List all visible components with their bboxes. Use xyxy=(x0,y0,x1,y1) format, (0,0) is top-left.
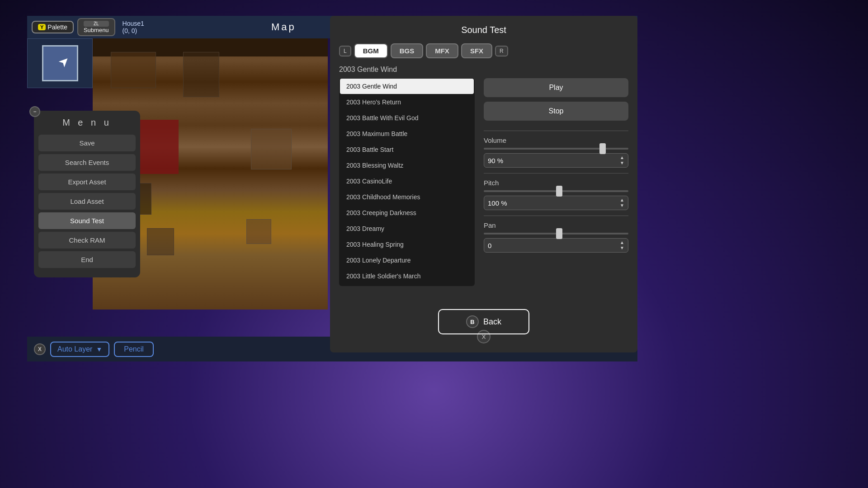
track-item[interactable]: 2003 Childhood Memories xyxy=(340,189,474,205)
pitch-up-arrow[interactable]: ▲ xyxy=(620,198,624,202)
track-item[interactable]: 2003 Maximum Battle xyxy=(340,126,474,141)
tab-bgs[interactable]: BGS xyxy=(391,43,424,58)
track-item[interactable]: 2003 CasinoLife xyxy=(340,174,474,189)
track-item[interactable]: 2003 Battle Start xyxy=(340,142,474,157)
divider-1 xyxy=(484,131,628,131)
palette-button[interactable]: Y Palette xyxy=(32,21,74,33)
y-badge: Y xyxy=(38,24,46,30)
sound-content: 2003 Gentle Wind 2003 Hero's Return 2003… xyxy=(339,78,628,286)
track-item[interactable]: 2003 Battle With Evil God xyxy=(340,110,474,126)
pencil-button[interactable]: Pencil xyxy=(114,342,154,357)
pitch-down-arrow[interactable]: ▼ xyxy=(620,203,624,208)
track-item[interactable]: 2003 Blessing Waltz xyxy=(340,158,474,173)
volume-up-arrow[interactable]: ▲ xyxy=(620,155,624,160)
volume-label: Volume xyxy=(484,136,628,144)
map-item-3 xyxy=(251,129,292,169)
volume-spinner[interactable]: 90 % ▲ ▼ xyxy=(484,153,628,168)
pitch-slider-track[interactable] xyxy=(484,190,628,192)
back-row: X B Back xyxy=(330,330,637,343)
sound-tabs: L BGM BGS MFX SFX R xyxy=(339,43,628,58)
menu-check-ram[interactable]: Check RAM xyxy=(38,232,136,249)
b-badge: B xyxy=(466,315,479,328)
pan-slider-track[interactable] xyxy=(484,233,628,235)
pan-spinner-arrows[interactable]: ▲ ▼ xyxy=(620,240,624,250)
track-item[interactable]: 2003 Dreamy xyxy=(340,221,474,236)
pitch-spinner[interactable]: 100 % ▲ ▼ xyxy=(484,196,628,210)
dialog-title: Sound Test xyxy=(339,25,628,35)
r-badge: R xyxy=(495,46,508,56)
menu-end[interactable]: End xyxy=(38,251,136,268)
volume-spinner-arrows[interactable]: ▲ ▼ xyxy=(620,155,624,165)
menu-save[interactable]: Save xyxy=(38,135,136,151)
tab-sfx[interactable]: SFX xyxy=(461,43,492,58)
palette-label: Palette xyxy=(47,23,67,31)
tab-mfx[interactable]: MFX xyxy=(426,43,458,58)
track-item[interactable]: 2003 Creeping Darkness xyxy=(340,205,474,221)
track-item[interactable]: 2003 Little Soldier's March xyxy=(340,268,474,284)
menu-search-events[interactable]: Search Events xyxy=(38,154,136,171)
menu-load-asset[interactable]: Load Asset xyxy=(38,193,136,210)
pan-up-arrow[interactable]: ▲ xyxy=(620,240,624,245)
pan-down-arrow[interactable]: ▼ xyxy=(620,246,624,250)
chevron-down-icon: ▼ xyxy=(96,346,102,353)
volume-slider-container[interactable] xyxy=(484,148,628,150)
track-item[interactable]: 2003 Gentle Wind xyxy=(340,79,474,94)
track-item[interactable]: 2003 Big Battle xyxy=(340,284,474,286)
map-item-2 xyxy=(183,52,219,97)
pan-value: 0 xyxy=(488,242,620,249)
track-item[interactable]: 2003 Healing Spring xyxy=(340,237,474,252)
submenu-label: Submenu xyxy=(84,27,109,33)
menu-panel: − M e n u Save Search Events Export Asse… xyxy=(34,111,140,277)
pan-label: Pan xyxy=(484,221,628,229)
pitch-slider-thumb[interactable] xyxy=(556,186,562,197)
menu-close-button[interactable]: − xyxy=(29,106,40,117)
volume-down-arrow[interactable]: ▼ xyxy=(620,161,624,165)
stop-button[interactable]: Stop xyxy=(484,102,628,121)
pitch-label: Pitch xyxy=(484,179,628,187)
volume-slider-thumb[interactable] xyxy=(599,143,606,154)
divider-3 xyxy=(484,216,628,216)
map-item-1 xyxy=(111,52,156,88)
controls-panel: Play Stop Volume 90 % ▲ ▼ Pitch xyxy=(484,78,628,286)
track-item[interactable]: 2003 Lonely Departure xyxy=(340,253,474,268)
selected-track-label: 2003 Gentle Wind xyxy=(339,66,628,74)
track-list[interactable]: 2003 Gentle Wind 2003 Hero's Return 2003… xyxy=(339,78,475,286)
menu-export-asset[interactable]: Export Asset xyxy=(38,174,136,190)
pitch-slider-container[interactable] xyxy=(484,190,628,192)
back-button[interactable]: B Back xyxy=(438,309,529,334)
pitch-spinner-arrows[interactable]: ▲ ▼ xyxy=(620,198,624,208)
l-badge: L xyxy=(339,46,351,56)
divider-2 xyxy=(484,173,628,174)
track-list-container: 2003 Gentle Wind 2003 Hero's Return 2003… xyxy=(339,78,475,286)
menu-title: M e n u xyxy=(38,117,136,128)
volume-slider-track[interactable] xyxy=(484,148,628,150)
tab-bgm[interactable]: BGM xyxy=(354,43,388,58)
auto-layer-label: Auto Layer xyxy=(57,345,92,353)
track-item[interactable]: 2003 Hero's Return xyxy=(340,94,474,110)
volume-value: 90 % xyxy=(488,157,620,164)
pitch-value: 100 % xyxy=(488,199,620,207)
back-label: Back xyxy=(483,317,501,327)
auto-layer-select[interactable]: Auto Layer ▼ xyxy=(50,342,109,357)
play-button[interactable]: Play xyxy=(484,78,628,97)
pan-slider-container[interactable] xyxy=(484,233,628,235)
map-book xyxy=(147,228,174,255)
pan-spinner[interactable]: 0 ▲ ▼ xyxy=(484,238,628,253)
map-chest xyxy=(246,219,271,244)
map-location: House1 (0, 0) xyxy=(123,20,144,34)
zl-badge: ZL xyxy=(84,21,109,27)
submenu-button[interactable]: ZL Submenu xyxy=(77,18,115,36)
pan-slider-thumb[interactable] xyxy=(556,228,562,239)
sound-test-dialog: Sound Test L BGM BGS MFX SFX R 2003 Gent… xyxy=(330,16,637,352)
map-title: Map xyxy=(271,16,296,38)
menu-sound-test[interactable]: Sound Test xyxy=(38,212,136,229)
x-badge: X xyxy=(34,343,46,355)
